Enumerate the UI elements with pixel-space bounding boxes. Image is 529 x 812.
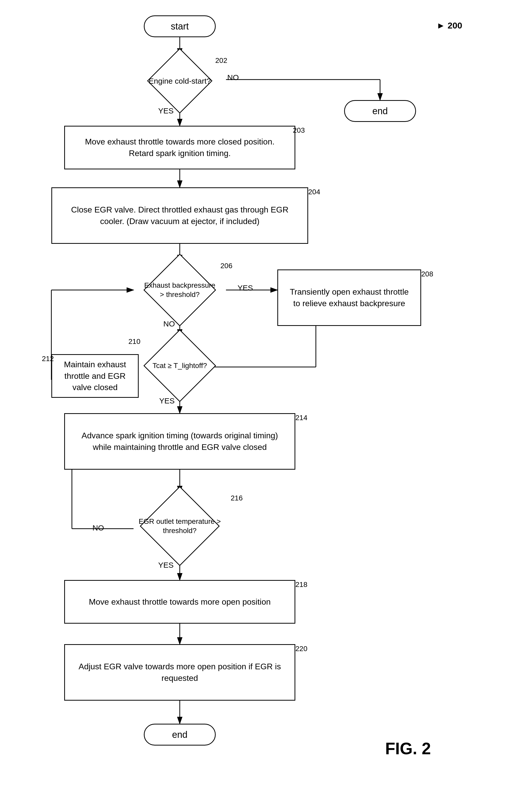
end-terminal-2: end <box>144 724 216 745</box>
process-212-text: Maintain exhaust throttle and EGR valve … <box>64 360 126 392</box>
label-212: 212 <box>42 354 54 364</box>
fig-title: FIG. 2 <box>385 739 431 758</box>
no-label-202: NO <box>227 73 239 82</box>
yes-label-206: YES <box>238 284 253 292</box>
start-terminal: start <box>144 15 216 37</box>
process-220-text: Adjust EGR valve towards more open posit… <box>78 662 281 683</box>
process-208-text: Transiently open exhaust throttle to rel… <box>290 287 409 308</box>
label-214: 214 <box>295 413 308 423</box>
decision-202-text: Engine cold-start? <box>149 76 211 86</box>
process-220: Adjust EGR valve towards more open posit… <box>64 644 295 701</box>
figure-number: ► 200 <box>437 20 462 31</box>
label-218: 218 <box>295 579 308 590</box>
end-terminal-1: end <box>344 100 416 122</box>
flowchart-diagram: start ► 200 end Engine cold-start? 202 Y… <box>0 0 529 812</box>
decision-210: Tcat ≥ T_lightoff? 210 <box>126 336 234 395</box>
process-204-text: Close EGR valve. Direct throttled exhaus… <box>71 205 289 226</box>
label-204: 204 <box>308 187 320 197</box>
start-label: start <box>171 21 189 32</box>
decision-210-text: Tcat ≥ T_lightoff? <box>153 361 207 370</box>
decision-202: Engine cold-start? 202 <box>133 55 226 106</box>
no-label-216: NO <box>92 524 104 532</box>
process-204: Close EGR valve. Direct throttled exhaus… <box>51 187 308 244</box>
process-203: Move exhaust throttle towards more close… <box>64 126 295 169</box>
label-220: 220 <box>295 644 308 654</box>
process-203-text: Move exhaust throttle towards more close… <box>85 137 274 158</box>
yes-label-202: YES <box>158 106 174 115</box>
label-210: 210 <box>128 337 141 346</box>
process-218-text: Move exhaust throttle towards more open … <box>89 597 271 606</box>
yes-label-216: YES <box>158 561 174 569</box>
decision-216-text: EGR outlet temperature > threshold? <box>116 517 244 536</box>
label-202: 202 <box>215 56 227 65</box>
decision-206-text: Exhaust backpressure > threshold? <box>126 281 234 300</box>
fig-num-label: 200 <box>447 20 462 30</box>
process-212: Maintain exhaust throttle and EGR valve … <box>51 354 139 398</box>
process-218: Move exhaust throttle towards more open … <box>64 580 295 624</box>
process-208: Transiently open exhaust throttle to rel… <box>277 270 421 326</box>
yes-label-210: YES <box>159 396 175 405</box>
end2-label: end <box>172 729 187 740</box>
no-label-206: NO <box>163 320 175 328</box>
label-216: 216 <box>231 494 243 502</box>
process-214-text: Advance spark ignition timing (towards o… <box>82 431 278 452</box>
fig-label: FIG. 2 <box>385 739 431 758</box>
label-208: 208 <box>421 269 433 279</box>
decision-216: EGR outlet temperature > threshold? 216 <box>116 493 244 560</box>
end1-label: end <box>372 106 388 117</box>
decision-206: Exhaust backpressure > threshold? 206 <box>126 262 234 318</box>
process-214: Advance spark ignition timing (towards o… <box>64 413 295 470</box>
label-206: 206 <box>220 262 232 270</box>
label-203: 203 <box>293 125 305 135</box>
